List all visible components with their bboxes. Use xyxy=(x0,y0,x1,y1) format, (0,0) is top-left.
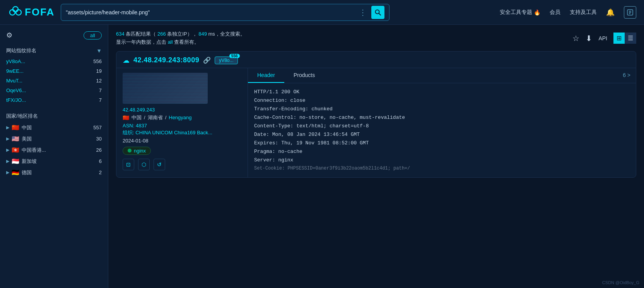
de-flag: 🇩🇪 xyxy=(12,169,19,176)
hexagon-icon[interactable]: ⬡ xyxy=(138,159,150,170)
screenshot-view-icon[interactable]: ⊡ xyxy=(123,159,134,170)
all-link[interactable]: all xyxy=(168,39,173,45)
sidebar-filter-row: ⚙ all xyxy=(0,31,108,44)
header-nav: 安全工具专题 🔥 会员 支持及工具 🔔 xyxy=(500,6,636,19)
http-line-8: Server: nginx xyxy=(254,156,630,165)
http-line-9: Set-Cookie: PHPSESSID=0aner3f9i3b22oaom5… xyxy=(254,165,630,172)
watermark: CSDN @OidBoy_G xyxy=(602,280,639,285)
svg-point-2 xyxy=(16,10,21,15)
cloud-icon: ☁ xyxy=(123,56,130,65)
results-area: 634 条匹配结果（ 266 条独立IP）， 849 ms，全文搜索。 显示一年… xyxy=(108,25,644,288)
nav-security-tools[interactable]: 安全工具专题 🔥 xyxy=(500,9,540,16)
card-action-icons: ⊡ ⬡ ↺ xyxy=(123,159,241,170)
hk-flag: 🇭🇰 xyxy=(12,146,19,154)
logo: FOFA xyxy=(8,5,55,20)
card-asn: ASN: 4837 xyxy=(123,123,241,129)
country-section: 国家/地区排名 ▶ 🇨🇳 中国 557 ▶ 🇺🇸 美国 30 ▶ 🇭🇰 中国香港… xyxy=(0,110,108,178)
country-item-2[interactable]: ▶ 🇭🇰 中国香港... 26 xyxy=(0,144,108,156)
country-arrow-4: ▶ xyxy=(6,170,9,175)
usa-flag: 🇺🇸 xyxy=(12,135,19,142)
view-toggle: ⊞ ☰ xyxy=(613,33,636,44)
country-text: 中国 xyxy=(132,114,142,121)
fingerprint-filter-icon[interactable]: ▼ xyxy=(96,48,102,54)
svg-point-1 xyxy=(13,7,18,12)
nginx-label: nginx xyxy=(134,148,146,154)
country-arrow-0: ▶ xyxy=(6,125,9,130)
search-button[interactable] xyxy=(371,6,384,19)
search-options-icon[interactable]: ⋮ xyxy=(359,8,367,17)
fingerprint-item-1[interactable]: 9wEE... 19 xyxy=(0,66,108,76)
nav-membership[interactable]: 会员 xyxy=(550,9,560,16)
fingerprint-list: yV8oA... 556 9wEE... 19 MvuT... 12 OqeV6… xyxy=(0,57,108,105)
results-count: 634 xyxy=(116,31,125,37)
country-section-title: 国家/地区排名 xyxy=(0,110,108,122)
http-line-3: Cache-Control: no-store, no-cache, must-… xyxy=(254,113,630,122)
list-view-button[interactable]: ☰ xyxy=(625,33,636,44)
card-ip-port[interactable]: 42.48.249.243:8009 xyxy=(133,56,199,64)
http-line-5: Date: Mon, 08 Jan 2024 13:46:54 GMT xyxy=(254,130,630,139)
fingerprint-section-title: 网站指纹排名 ▼ xyxy=(0,44,108,57)
link-icon[interactable]: 🔗 xyxy=(203,57,211,64)
card-right-panel: Header Products 6 > HTTP/1.1 200 OK Conn… xyxy=(248,68,636,177)
fingerprint-item-4[interactable]: tFX/JO... 7 xyxy=(0,95,108,105)
result-card: ☁ 42.48.249.243:8009 🔗 yV8o... 556 42.48… xyxy=(116,51,636,178)
refresh-icon[interactable]: ↺ xyxy=(154,159,165,170)
filter-icon[interactable]: ⚙ xyxy=(6,31,12,39)
city-link[interactable]: Hengyang xyxy=(169,115,191,120)
http-line-4: Content-Type: text/html; charset=utf-8 xyxy=(254,122,630,130)
bookmark-icon[interactable]: ☆ xyxy=(572,34,579,43)
country-item-1[interactable]: ▶ 🇺🇸 美国 30 xyxy=(0,133,108,144)
svg-line-4 xyxy=(379,13,381,15)
card-org: 组织: CHINA UNICOM China169 Back... xyxy=(123,129,241,136)
country-item-3[interactable]: ▶ 🇸🇬 新加坡 6 xyxy=(0,156,108,167)
card-header: ☁ 42.48.249.243:8009 🔗 yV8o... 556 xyxy=(116,51,636,68)
card-date: 2024-01-08 xyxy=(123,138,241,144)
search-icon xyxy=(375,9,381,15)
nav-support[interactable]: 支持及工具 xyxy=(570,9,597,16)
org-link[interactable]: CHINA UNICOM China169 Back... xyxy=(135,130,212,135)
card-location: 🇨🇳 中国 / 湖南省 / Hengyang xyxy=(123,114,241,121)
download-icon[interactable]: ⬇ xyxy=(586,34,592,43)
results-actions: ☆ ⬇ API ⊞ ☰ xyxy=(572,33,636,44)
tab-more-icon[interactable]: 6 > xyxy=(617,68,636,83)
country-item-0[interactable]: ▶ 🇨🇳 中国 557 xyxy=(0,122,108,133)
fofa-logo-icon xyxy=(8,5,23,20)
api-button[interactable]: API xyxy=(598,35,607,41)
tab-products[interactable]: Products xyxy=(284,68,324,83)
nginx-dot xyxy=(128,149,132,153)
card-tabs: Header Products 6 > xyxy=(248,68,636,83)
country-item-4[interactable]: ▶ 🇩🇪 德国 2 xyxy=(0,167,108,178)
fingerprint-item-0[interactable]: yV8oA... 556 xyxy=(0,57,108,66)
card-badge[interactable]: yV8o... 556 xyxy=(215,57,237,64)
header: FOFA ⋮ 安全工具专题 🔥 会员 支持及工具 🔔 xyxy=(0,0,644,25)
user-avatar-button[interactable] xyxy=(624,6,636,19)
user-icon xyxy=(627,9,634,16)
country-arrow-1: ▶ xyxy=(6,136,9,141)
results-unique-ip: 266 xyxy=(157,31,166,37)
results-header: 634 条匹配结果（ 266 条独立IP）， 849 ms，全文搜索。 显示一年… xyxy=(116,30,636,46)
results-time: 849 xyxy=(198,31,207,37)
asn-link[interactable]: 4837 xyxy=(136,123,147,129)
grid-view-button[interactable]: ⊞ xyxy=(613,33,625,44)
china-flag: 🇨🇳 xyxy=(12,124,19,131)
fingerprint-item-2[interactable]: MvuT... 12 xyxy=(0,76,108,86)
fingerprint-item-3[interactable]: OqeV6... 7 xyxy=(0,86,108,95)
all-badge[interactable]: all xyxy=(84,31,102,39)
search-input[interactable] xyxy=(66,9,359,15)
http-line-1: Connection: close xyxy=(254,96,630,105)
notification-bell-icon[interactable]: 🔔 xyxy=(606,8,615,17)
http-line-6: Expires: Thu, 19 Nov 1981 08:52:00 GMT xyxy=(254,139,630,147)
tab-header[interactable]: Header xyxy=(248,68,284,83)
sg-flag: 🇸🇬 xyxy=(12,158,19,165)
card-ip-link[interactable]: 42.48.249.243 xyxy=(123,107,241,113)
search-bar: ⋮ xyxy=(61,4,389,21)
province-text: 湖南省 xyxy=(148,114,163,121)
card-body: 42.48.249.243 🇨🇳 中国 / 湖南省 / Hengyang ASN… xyxy=(116,68,636,177)
sidebar: ⚙ all 网站指纹排名 ▼ yV8oA... 556 9wEE... 19 M… xyxy=(0,25,108,288)
card-screenshot xyxy=(123,73,208,104)
screenshot-blur xyxy=(123,73,208,104)
badge-count: 556 xyxy=(229,54,240,58)
http-line-7: Pragma: no-cache xyxy=(254,147,630,156)
main-content: ⚙ all 网站指纹排名 ▼ yV8oA... 556 9wEE... 19 M… xyxy=(0,25,644,288)
results-info: 634 条匹配结果（ 266 条独立IP）， 849 ms，全文搜索。 显示一年… xyxy=(116,30,245,46)
